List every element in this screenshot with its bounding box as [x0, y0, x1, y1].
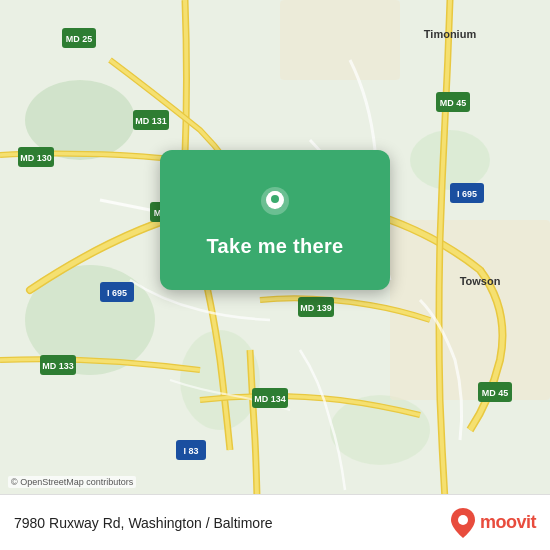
- svg-point-38: [458, 515, 468, 525]
- moovit-pin-icon: [450, 508, 476, 538]
- take-me-there-card[interactable]: Take me there: [160, 150, 390, 290]
- address-text: 7980 Ruxway Rd, Washington / Baltimore: [14, 515, 273, 531]
- svg-text:MD 139: MD 139: [300, 303, 332, 313]
- svg-text:MD 45: MD 45: [440, 98, 467, 108]
- svg-text:MD 134: MD 134: [254, 394, 286, 404]
- svg-text:Towson: Towson: [460, 275, 501, 287]
- svg-text:MD 133: MD 133: [42, 361, 74, 371]
- map-container: I 695 I 695 I 83 MD 25 MD 131 MD 130 MD …: [0, 0, 550, 550]
- bottom-bar: 7980 Ruxway Rd, Washington / Baltimore m…: [0, 494, 550, 550]
- svg-text:I 695: I 695: [457, 189, 477, 199]
- location-pin-icon: [253, 183, 297, 227]
- svg-point-5: [410, 130, 490, 190]
- svg-text:MD 130: MD 130: [20, 153, 52, 163]
- svg-text:I 695: I 695: [107, 288, 127, 298]
- svg-text:MD 45: MD 45: [482, 388, 509, 398]
- take-me-there-label: Take me there: [207, 235, 344, 258]
- svg-text:Timonium: Timonium: [424, 28, 477, 40]
- moovit-logo: moovit: [450, 508, 536, 538]
- svg-text:I 83: I 83: [183, 446, 198, 456]
- svg-text:MD 131: MD 131: [135, 116, 167, 126]
- copyright-notice: © OpenStreetMap contributors: [8, 476, 136, 488]
- svg-point-37: [271, 195, 279, 203]
- svg-rect-6: [390, 220, 550, 400]
- moovit-logo-text: moovit: [480, 512, 536, 533]
- svg-rect-7: [280, 0, 400, 80]
- svg-text:MD 25: MD 25: [66, 34, 93, 44]
